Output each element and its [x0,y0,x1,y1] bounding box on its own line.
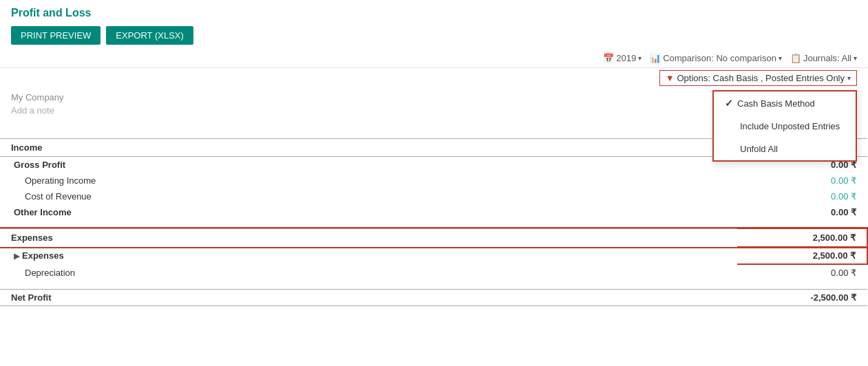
net-profit-label: Net Profit [0,289,737,305]
journals-dropdown-arrow: ▾ [854,54,857,62]
operating-income-label: Operating Income [0,173,737,189]
cash-basis-method-item[interactable]: ✓ Cash Basis Method [714,92,856,115]
table-row: Net Profit -2,500.00 ₹ [0,289,867,305]
spacer-row [0,281,867,289]
year-filter[interactable]: 📅 2019 ▾ [603,53,642,63]
spacer-row [0,220,867,228]
comparison-dropdown-arrow: ▾ [779,54,782,62]
cash-basis-checkmark: ✓ [725,98,733,109]
filters-bar: 📅 2019 ▾ 📊 Comparison: No comparison ▾ 📋… [0,50,868,68]
table-row: Expenses 2,500.00 ₹ [0,228,867,247]
include-unposted-label: Include Unposted Entries [740,121,840,131]
print-preview-button[interactable]: PRINT PREVIEW [11,26,100,45]
comparison-label: Comparison: No comparison [663,53,776,63]
other-income-label: Other Income [0,204,737,220]
table-row: Operating Income 0.00 ₹ [0,173,867,189]
journals-filter[interactable]: 📋 Journals: All ▾ [790,53,857,63]
expenses-section-value: 2,500.00 ₹ [737,228,867,247]
cost-of-revenue-value: 0.00 ₹ [737,189,867,204]
expenses-section-label: Expenses [0,228,737,247]
operating-income-value: 0.00 ₹ [737,173,867,189]
depreciation-value: 0.00 ₹ [737,264,867,281]
depreciation-label: Depreciation [0,264,737,281]
table-row: Other Income 0.00 ₹ [0,204,867,220]
export-button[interactable]: EXPORT (XLSX) [106,26,193,45]
options-dropdown-arrow: ▾ [847,74,851,82]
year-label: 2019 [616,53,636,63]
net-profit-value: -2,500.00 ₹ [737,289,867,305]
journals-label: Journals: All [803,53,851,63]
cash-basis-label: Cash Basis Method [737,98,815,109]
gross-profit-label: Gross Profit [0,157,737,173]
income-label: Income [0,139,737,157]
company-name: My Company [11,92,64,103]
journal-icon: 📋 [790,53,801,63]
other-income-value: 0.00 ₹ [737,204,867,220]
table-row: ▶Expenses 2,500.00 ₹ [0,247,867,264]
include-unposted-item[interactable]: Include Unposted Entries [714,115,856,138]
options-bar: ▼ Options: Cash Basis , Posted Entries O… [0,68,868,88]
calendar-icon: 📅 [603,53,614,63]
add-note[interactable]: Add a note [11,105,64,116]
options-dropdown-menu: ✓ Cash Basis Method Include Unposted Ent… [712,90,857,162]
page-title: Profit and Loss [0,0,868,23]
toolbar: PRINT PREVIEW EXPORT (XLSX) [0,23,868,50]
table-row: Cost of Revenue 0.00 ₹ [0,189,867,204]
unfold-all-item[interactable]: Unfold All [714,138,856,160]
comparison-filter[interactable]: 📊 Comparison: No comparison ▾ [650,53,782,63]
chart-icon: 📊 [650,53,661,63]
cost-of-revenue-label: Cost of Revenue [0,189,737,204]
label-col-header [0,121,737,139]
funnel-icon: ▼ [666,73,675,83]
options-button[interactable]: ▼ Options: Cash Basis , Posted Entries O… [659,70,857,86]
expenses-sub-value: 2,500.00 ₹ [737,247,867,264]
triangle-icon: ▶ [14,252,19,260]
year-dropdown-arrow: ▾ [638,54,642,62]
table-row: Depreciation 0.00 ₹ [0,264,867,281]
options-label: Options: Cash Basis , Posted Entries Onl… [677,73,845,83]
expenses-sub-label: ▶Expenses [0,247,737,264]
unfold-all-label: Unfold All [740,144,778,154]
